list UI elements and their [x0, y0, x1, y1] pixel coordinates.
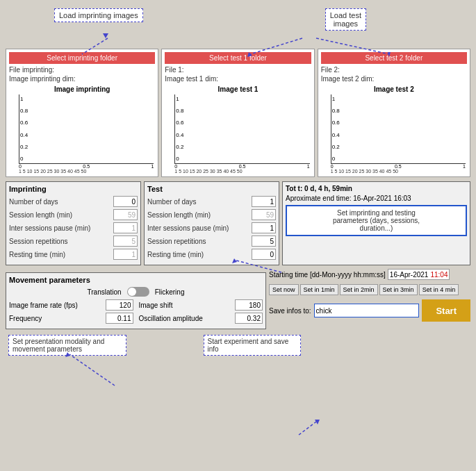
test-params: Test Number of days Session length (min)…	[144, 181, 279, 265]
imprinting-inter-row: Inter sessions pause (min)	[9, 222, 138, 233]
frequency-row: Frequency	[9, 313, 133, 324]
main-container: Load imprinting images Load testimages S…	[0, 0, 476, 471]
imprinting-chart: 1 0.8 0.6 0.4 0.2 0	[19, 94, 154, 164]
frequency-input[interactable]	[106, 313, 133, 324]
test-rest-row: Resting time (min)	[147, 249, 276, 260]
oscillation-row: Oscillation amplitude	[139, 313, 263, 324]
svg-line-10	[299, 422, 316, 435]
test2-dim-label: Image test 2 dim:	[321, 75, 467, 83]
bottom-ticks-2: 1 5 10 15 20 25 30 35 40 45 50	[174, 169, 309, 174]
set-in-4min-button[interactable]: Set in 4 min	[419, 284, 459, 295]
flickering-label: Flickering	[155, 288, 185, 296]
imprinting-rest-row: Resting time (min)	[9, 249, 138, 260]
test-session-row: Session length (min)	[147, 209, 276, 220]
x-tick-labels: 0 0.5 1	[19, 164, 154, 169]
test1-dim-label: Image test 1 dim:	[165, 75, 311, 83]
test-session-input[interactable]	[252, 209, 276, 220]
movement-toggle[interactable]	[127, 287, 149, 297]
bottom-right-controls: Starting time [dd-Mon-yyyy hh:mm:ss] 16-…	[269, 269, 470, 329]
movement-title: Movement parameters	[9, 276, 263, 284]
translation-label: Translation	[88, 288, 122, 296]
test-days-input[interactable]	[252, 196, 276, 207]
test-params-title: Test	[147, 185, 276, 193]
set-now-button[interactable]: Set now	[269, 284, 299, 295]
imprinting-session-label: Session length (min)	[9, 211, 72, 219]
test2-chart: 1 0.8 0.6 0.4 0.2 0	[331, 94, 466, 164]
select-imprinting-folder-button[interactable]: Select imprinting folder	[9, 52, 155, 64]
test2-panel: Select test 2 folder File 2: Image test …	[318, 49, 470, 177]
imprinting-rest-label: Resting time (min)	[9, 251, 65, 258]
y-labels-3: 1 0.8 0.6 0.4 0.2 0	[331, 94, 340, 163]
bottom-left-annotation-text: Set presentation modality and movement p…	[13, 338, 104, 353]
bottom-ticks-3: 1 5 10 15 20 25 30 35 40 45 50	[331, 169, 466, 174]
imprinting-days-row: Number of days	[9, 196, 138, 207]
imprinting-params-title: Imprinting	[9, 185, 138, 193]
test-rep-row: Session repetitions	[147, 236, 276, 247]
movement-fields: Image frame rate (fps) Frequency Image s…	[9, 299, 263, 326]
image-panels: Select imprinting folder File imprinting…	[6, 49, 470, 177]
file-imprinting-label: File imprinting:	[9, 66, 155, 74]
image-shift-input[interactable]	[235, 299, 263, 311]
imprinting-days-input[interactable]	[113, 196, 138, 207]
test-rep-label: Session repetitions	[147, 238, 206, 245]
bottom-center-annotation-text: Start experiment and save info	[208, 338, 289, 353]
movement-params: Movement parameters Translation Flickeri…	[6, 272, 266, 329]
starting-time-date: 16-Apr-2021	[390, 271, 429, 279]
test-inter-label: Inter sessions pause (min)	[147, 224, 229, 232]
start-button[interactable]: Start	[422, 299, 470, 322]
image-shift-label: Image shift	[139, 301, 173, 309]
approx-end-time: Aproximate end time: 16-Apr-2021 16:03	[286, 195, 467, 202]
frame-rate-label: Image frame rate (fps)	[9, 301, 78, 309]
imprinting-rest-input[interactable]	[113, 249, 138, 260]
toggle-knob	[128, 288, 136, 296]
imprinting-inter-input[interactable]	[113, 222, 138, 233]
y-labels: 1 0.8 0.6 0.4 0.2 0	[19, 94, 28, 163]
file2-label: File 2:	[321, 66, 467, 74]
movement-right-col: Image shift Oscillation amplitude	[139, 299, 263, 326]
imprinting-inter-label: Inter sessions pause (min)	[9, 224, 90, 232]
oscillation-label: Oscillation amplitude	[139, 315, 203, 322]
svg-marker-11	[315, 420, 320, 424]
starting-time-label: Starting time [dd-Mon-yyyy hh:mm:ss]	[269, 271, 386, 279]
frequency-label: Frequency	[9, 315, 42, 322]
x-tick-labels-2: 0 0.5 1	[174, 164, 309, 169]
test-session-label: Session length (min)	[147, 211, 211, 219]
set-in-2min-button[interactable]: Set in 2min	[340, 284, 378, 295]
imprinting-params: Imprinting Number of days Session length…	[6, 181, 141, 265]
set-in-3min-button[interactable]: Set in 3min	[379, 284, 418, 295]
save-label: Save infos to:	[269, 307, 311, 315]
frame-rate-row: Image frame rate (fps)	[9, 299, 133, 311]
test-days-row: Number of days	[147, 196, 276, 207]
image-shift-row: Image shift	[139, 299, 263, 311]
starting-time-display: 16-Apr-2021 11:04	[388, 269, 450, 280]
oscillation-input[interactable]	[235, 313, 263, 324]
save-input[interactable]	[314, 304, 420, 317]
imprinting-rep-label: Session repetitions	[9, 238, 68, 245]
set-in-1min-button[interactable]: Set in 1min	[300, 284, 338, 295]
bottom-ticks: 1 5 10 15 20 25 30 35 40 45 50	[19, 169, 154, 174]
test-rep-input[interactable]	[252, 236, 276, 247]
svg-line-8	[69, 354, 115, 386]
test-rest-label: Resting time (min)	[147, 251, 204, 258]
frame-rate-input[interactable]	[106, 299, 133, 311]
set-buttons-row: Set now Set in 1min Set in 2min Set in 3…	[269, 284, 470, 295]
test1-chart-title: Image test 1	[165, 84, 311, 93]
load-test-label: Load testimages	[330, 11, 361, 28]
toggle-row: Translation Flickering	[9, 287, 263, 297]
select-test1-folder-button[interactable]: Select test 1 folder	[165, 52, 311, 64]
imprinting-rep-row: Session repetitions	[9, 236, 138, 247]
imprinting-rep-input[interactable]	[113, 236, 138, 247]
tot-time: Tot t: 0 d, 4 h, 59min	[286, 185, 467, 192]
load-imprinting-annotation: Load imprinting images	[54, 8, 143, 22]
imprinting-panel: Select imprinting folder File imprinting…	[6, 49, 158, 177]
test-inter-input[interactable]	[252, 222, 276, 233]
imprinting-session-input[interactable]	[113, 209, 138, 220]
set-params-annotation: Set imprinting and testingparameters (da…	[286, 205, 467, 236]
test-rest-input[interactable]	[252, 249, 276, 260]
test1-panel: Select test 1 folder File 1: Image test …	[161, 49, 314, 177]
bottom-center-annotation-box: Start experiment and save info	[204, 335, 301, 356]
movement-left-col: Image frame rate (fps) Frequency	[9, 299, 133, 326]
imprinting-dim-label: Image imprinting dim:	[9, 75, 155, 83]
select-test2-folder-button[interactable]: Select test 2 folder	[321, 52, 467, 64]
test1-chart: 1 0.8 0.6 0.4 0.2 0	[174, 94, 309, 164]
